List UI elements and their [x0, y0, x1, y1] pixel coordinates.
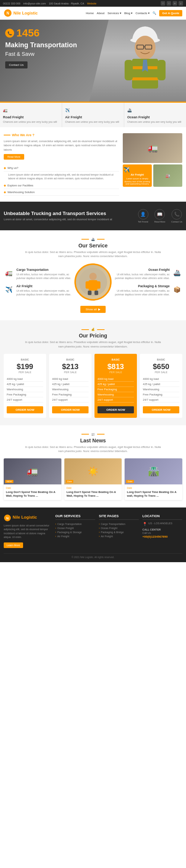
svg-rect-17 [88, 291, 92, 295]
nav-about[interactable]: About [97, 12, 105, 15]
cargo-icon: 🚛 [4, 268, 14, 278]
footer-page-air[interactable]: Air Freight [99, 534, 139, 538]
who-tag: Who We Are ? [4, 133, 119, 137]
svg-rect-15 [86, 281, 89, 289]
pricing-plan-4: BASIC $650 PER SALE 4000 kg load 425 kg … [140, 354, 182, 418]
svg-text:N: N [6, 516, 9, 520]
news-header: 📰 Last News In quis luctus dolor. Sed ac… [4, 433, 182, 454]
footer-col-services: OUR SERVICES Cargo Transportation Ocean … [55, 514, 95, 548]
order-plan4-button[interactable]: ORDER NOW [143, 406, 179, 413]
hero-content: 📞 1456 Making Transportation Fast & Savw… [0, 20, 82, 76]
instagram-icon[interactable]: in [173, 1, 177, 6]
tell-friend-label: Tell Friend [138, 221, 148, 223]
banner-tell-friend[interactable]: 👤 Tell Friend [138, 209, 148, 223]
footer-copyright: © 2021 Nile Logistic. All rights reserve… [72, 556, 115, 558]
ocean-title: Ocean Freight [115, 268, 170, 272]
plan4-badge: BASIC [143, 358, 179, 361]
banner-contact-us[interactable]: 📞 Contact Us [171, 209, 182, 223]
order-plan2-button[interactable]: ORDER NOW [52, 406, 89, 413]
nav-blog[interactable]: Blog ▾ [124, 12, 132, 15]
order-plan1-button[interactable]: ORDER NOW [7, 406, 43, 413]
footer-desc: Lorem ipsum dolor sit amet consectetur a… [4, 524, 52, 539]
service-card-road: 🚛 Road Freight Chances are unless you ar… [0, 103, 62, 127]
tag-line [4, 135, 10, 135]
pricing-header: 💰 Our Pricing In quis luctus dolor. Sed … [4, 328, 182, 349]
svg-rect-14 [89, 280, 97, 291]
air-freight-desc: Chances are unless you are very lucky yo… [65, 120, 121, 124]
news-card-3[interactable]: 🛣️ Date Date Long Don't Spend Time Beati… [125, 458, 182, 500]
packaging-desc: Ut elit tellus, luctus nec ullamcorper m… [115, 289, 170, 297]
footer-call-center: CALL CENTER Call Us +00(0)1234567890 [142, 528, 182, 538]
twitter-icon[interactable]: t [167, 1, 171, 6]
call-number[interactable]: +00(0)1234567890 [142, 535, 182, 538]
footer-link-air[interactable]: Air Freight [55, 534, 95, 538]
news-tag-icon: 📰 [91, 433, 95, 436]
pricing-desc: In quis luctus dolor. Sed ac libero arcu… [22, 340, 164, 349]
plan2-feat4: Free Packaging [52, 392, 89, 397]
plan2-badge: BASIC [52, 358, 89, 361]
read-more-button[interactable]: Read More [4, 154, 24, 160]
nav-search[interactable]: 🔍 [153, 12, 156, 15]
accordion-facilities[interactable]: ◆ Explore our Facilities [4, 182, 119, 189]
show-all-button[interactable]: Show all ▶ [80, 306, 106, 313]
plan1-period: PER SALE [7, 371, 43, 374]
svg-rect-10 [125, 60, 133, 80]
facebook-icon[interactable]: f [161, 1, 165, 6]
accordion-why[interactable]: ◆ Why us? [4, 165, 119, 172]
footer-page-cargo[interactable]: Cargo Transportation [99, 522, 139, 526]
plan1-feat1: 4000 kg load [7, 377, 43, 382]
news-card-1[interactable]: 🚛 NEW Date Long Don't Spend Time Beating… [4, 458, 61, 500]
hero-number: 1456 [16, 27, 39, 39]
plan2-period: PER SALE [52, 371, 89, 374]
accordion-label-2: Explore our Facilities [7, 184, 33, 187]
service-tag-line-right [97, 239, 105, 240]
news-card-2[interactable]: ☀️ Date Date Long Don't Spend Time Beati… [64, 458, 122, 500]
accordion-warehouse[interactable]: ◆ Warehousing Solution [4, 189, 119, 196]
tell-friend-icon: 👤 [138, 209, 148, 220]
service-col-right: 🚢 Ocean Freight Ut elit tellus, luctus n… [115, 268, 182, 297]
get-quote-button[interactable]: Get A Quote [159, 10, 182, 16]
footer-page-packaging[interactable]: Packaging & Bridge [99, 530, 139, 534]
who-right: 🚛 ✈️ Air Freight Lorem ipsum is simply d… [123, 133, 182, 196]
order-plan3-button[interactable]: ORDER NOW [97, 406, 134, 413]
service-tag-line-left [81, 239, 89, 240]
service-section-desc: In quis luctus dolor. Sed ac libero arcu… [22, 250, 164, 259]
who-left: Who We Are ? Lorem ipsum dolor sit amet,… [4, 133, 119, 196]
logo[interactable]: N Nile Logistic [4, 9, 38, 17]
banner-read-more[interactable]: 📖 Read More [154, 209, 166, 223]
hero-title: Making Transportation [5, 41, 77, 49]
footer-link-cargo[interactable]: Cargo Transportation [55, 522, 95, 526]
footer-page-ocean[interactable]: Ocean Freight [99, 526, 139, 530]
accordion-icon-2: ◆ [4, 184, 6, 187]
service-col-left: 🚛 Cargo Transportation Ut elit tellus, l… [4, 268, 71, 297]
cargo-title: Cargo Transportation [16, 268, 71, 272]
ocean-freight-desc: Chances are unless you are very lucky yo… [127, 120, 183, 124]
location-icon: 📍 [142, 522, 147, 526]
plan4-feat4: Free Packaging [143, 392, 179, 397]
footer-services-links: Cargo Transportation Ocean Freight Packa… [55, 522, 95, 538]
news-image-3: 🛣️ Date [125, 458, 182, 484]
service-tag: 🚢 [4, 238, 182, 241]
footer-address: 📍 US - LOS ANGELES [142, 522, 182, 526]
plan3-feat1: 4000 kg load [97, 377, 134, 382]
road-freight-icon: 🚛 [3, 106, 13, 114]
contact-button[interactable]: Contact Us [5, 61, 28, 68]
nav-home[interactable]: Home [86, 12, 94, 15]
plan2-features: 4000 kg load 425 kg / pallet Warehousing… [52, 377, 89, 403]
footer-link-ocean[interactable]: Ocean Freight [55, 526, 95, 530]
footer-learn-button[interactable]: Learn More [4, 542, 23, 548]
footer-link-packaging[interactable]: Packaging & Storage [55, 530, 95, 534]
accordion-label-3: Warehousing Solution [7, 190, 35, 194]
nav-contacts[interactable]: Contacts ▾ [135, 12, 150, 15]
topbar-website[interactable]: Website [87, 2, 96, 5]
plan3-feat4: Warehousing [97, 392, 134, 397]
air-desc: Ut elit tellus, luctus nec ullamcorper m… [16, 289, 71, 297]
footer: N Nile Logistic Lorem ipsum dolor sit am… [0, 507, 186, 562]
plan2-feat2: 425 kg / pallet [52, 382, 89, 387]
pricing-tag-line-right [97, 329, 105, 330]
service-grid: 🚛 Cargo Transportation Ut elit tellus, l… [4, 263, 182, 301]
news-image-1: 🚛 NEW [4, 458, 61, 484]
nav-services[interactable]: Services ▾ [108, 12, 121, 15]
youtube-icon[interactable]: y [179, 1, 183, 6]
accordion-icon-1: ◆ [4, 166, 6, 170]
